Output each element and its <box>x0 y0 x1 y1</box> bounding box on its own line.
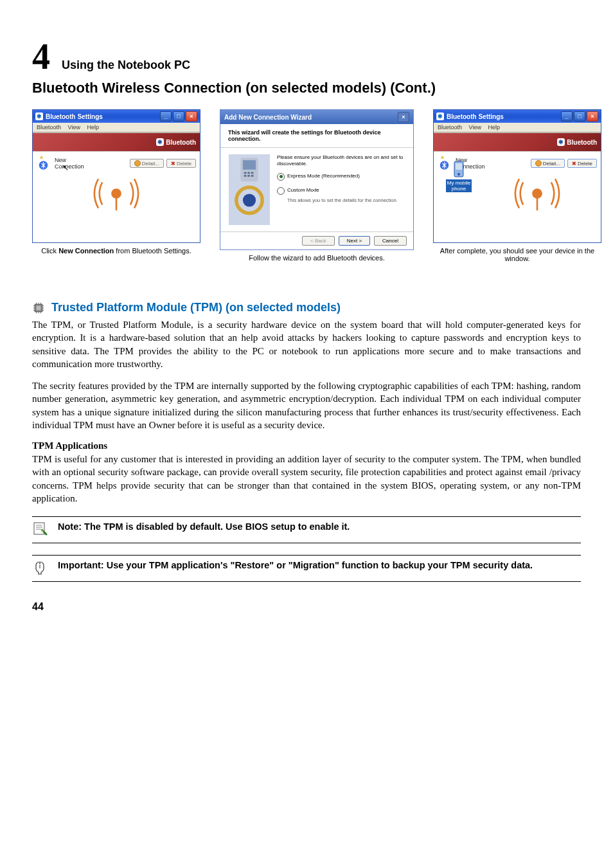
caption-3: After complete, you should see your devi… <box>433 247 601 262</box>
svg-rect-36 <box>34 523 44 534</box>
delete-icon: ✖ <box>171 161 175 167</box>
custom-mode-sublabel: This allows you to set the details for t… <box>287 197 407 204</box>
note-text: Note: The TPM is disabled by default. Us… <box>58 521 350 534</box>
caption-1: Click New Connection from Bluetooth Sett… <box>32 247 200 255</box>
radio-unselected-icon <box>277 187 285 195</box>
bluetooth-radar-icon <box>502 171 573 216</box>
svg-point-41 <box>39 563 40 564</box>
tpm-paragraph-1: The TPM, or Trusted Platform Module, is … <box>32 318 581 370</box>
custom-mode-radio[interactable]: Custom Mode <box>277 187 407 195</box>
titlebar[interactable]: Add New Connection Wizard × <box>220 110 413 124</box>
delete-icon: ✖ <box>572 161 576 167</box>
minimize-button[interactable]: _ <box>561 111 573 122</box>
bluetooth-icon: ✱ <box>557 138 565 146</box>
section-title: Bluetooth Wireless Connection (on select… <box>32 80 581 96</box>
close-button[interactable]: × <box>398 112 409 122</box>
maximize-button[interactable]: □ <box>173 111 184 122</box>
minimize-button[interactable]: _ <box>160 111 172 122</box>
svg-point-6 <box>243 194 256 206</box>
device-label-2: phone <box>452 186 466 192</box>
caption-2: Follow the wizard to add Bluetooth devic… <box>220 254 414 262</box>
important-text: Important: Use your TPM application's "R… <box>58 559 533 572</box>
bluetooth-settings-window-device: ✱ Bluetooth Settings _ □ × Bluetooth Vie… <box>433 109 601 243</box>
tpm-chip-icon <box>32 302 45 314</box>
delete-button[interactable]: ✖Delete <box>567 159 597 168</box>
chapter-number: 4 <box>32 39 50 75</box>
chapter-title: Using the Notebook PC <box>62 59 190 72</box>
detail-button[interactable]: Detail... <box>531 159 565 168</box>
paired-device[interactable]: My mobilephone <box>443 160 475 192</box>
menu-view[interactable]: View <box>469 124 481 131</box>
radio-selected-icon <box>277 173 285 181</box>
screenshot-row: ✱ Bluetooth Settings _ □ × Bluetooth Vie… <box>32 109 581 262</box>
svg-rect-12 <box>244 175 247 177</box>
bluetooth-banner: ✱Bluetooth <box>33 133 200 151</box>
menu-bluetooth[interactable]: Bluetooth <box>438 124 462 131</box>
device-label-1: My mobile <box>447 180 470 186</box>
delete-button[interactable]: ✖Delete <box>166 159 196 168</box>
back-button[interactable]: < Back <box>302 236 335 246</box>
menubar: Bluetooth View Help <box>434 123 601 132</box>
close-button[interactable]: × <box>186 111 197 122</box>
detail-label: Detail... <box>543 161 560 167</box>
bluetooth-app-icon: ✱ <box>35 113 43 120</box>
window-title: Bluetooth Settings <box>447 113 504 120</box>
new-connection-label-1: New <box>55 157 84 163</box>
bluetooth-radar-icon <box>81 171 152 216</box>
next-button[interactable]: Next > <box>339 236 370 246</box>
menu-view[interactable]: View <box>68 124 80 131</box>
bluetooth-icon: ✱ <box>156 138 164 146</box>
new-connection-label-2: Connection <box>55 163 84 170</box>
window-title: Bluetooth Settings <box>46 113 103 120</box>
add-new-connection-wizard: Add New Connection Wizard × This wizard … <box>220 109 414 250</box>
detail-button[interactable]: Detail... <box>130 159 164 168</box>
svg-marker-3 <box>40 156 44 159</box>
menu-help[interactable]: Help <box>87 124 99 131</box>
delete-label: Delete <box>177 161 191 167</box>
menubar: Bluetooth View Help <box>33 123 200 132</box>
custom-mode-label: Custom Mode <box>287 187 319 194</box>
wizard-note: Please ensure your Bluetooth devices are… <box>277 154 407 168</box>
bluetooth-banner: ✱Bluetooth <box>434 133 601 151</box>
cancel-button[interactable]: Cancel <box>374 236 407 246</box>
detail-label: Detail... <box>142 161 159 167</box>
svg-rect-11 <box>251 172 254 174</box>
wizard-header: This wizard will create the settings for… <box>220 124 413 148</box>
note-callout: Note: The TPM is disabled by default. Us… <box>32 516 581 543</box>
tpm-paragraph-3: TPM is useful for any customer that is i… <box>32 453 581 505</box>
cursor-icon: ↖ <box>62 163 69 172</box>
page-number: 44 <box>32 601 581 613</box>
menu-bluetooth[interactable]: Bluetooth <box>37 124 61 131</box>
svg-point-17 <box>458 173 460 176</box>
bluetooth-settings-window-empty: ✱ Bluetooth Settings _ □ × Bluetooth Vie… <box>32 109 200 243</box>
svg-rect-13 <box>247 175 250 177</box>
note-icon <box>32 521 50 539</box>
window-title: Add New Connection Wizard <box>224 114 312 121</box>
bluetooth-logo-text: Bluetooth <box>166 139 196 146</box>
svg-rect-9 <box>244 172 247 174</box>
svg-rect-16 <box>456 163 462 170</box>
express-mode-radio[interactable]: Express Mode (Recommended) <box>277 173 407 181</box>
svg-rect-10 <box>247 172 250 174</box>
close-button[interactable]: × <box>587 111 598 122</box>
tpm-paragraph-2: The secrity features provided by the TPM… <box>32 379 581 431</box>
bluetooth-app-icon: ✱ <box>436 113 444 120</box>
svg-rect-14 <box>251 175 254 177</box>
important-icon <box>32 559 50 577</box>
express-mode-label: Express Mode (Recommended) <box>287 173 360 179</box>
menu-help[interactable]: Help <box>488 124 500 131</box>
important-callout: Important: Use your TPM application's "R… <box>32 555 581 582</box>
bluetooth-logo-text: Bluetooth <box>567 139 597 146</box>
svg-rect-23 <box>37 305 41 310</box>
svg-rect-8 <box>243 160 256 170</box>
new-connection-button[interactable]: NewConnection <box>37 156 84 171</box>
info-icon <box>535 160 542 167</box>
titlebar[interactable]: ✱ Bluetooth Settings _ □ × <box>33 110 200 123</box>
info-icon <box>134 160 141 167</box>
maximize-button[interactable]: □ <box>574 111 585 122</box>
titlebar[interactable]: ✱ Bluetooth Settings _ □ × <box>434 110 601 123</box>
svg-marker-21 <box>441 156 445 159</box>
tpm-section-title: Trusted Platform Module (TPM) (on select… <box>51 301 341 314</box>
delete-label: Delete <box>578 161 592 167</box>
wizard-graphic <box>227 154 272 225</box>
